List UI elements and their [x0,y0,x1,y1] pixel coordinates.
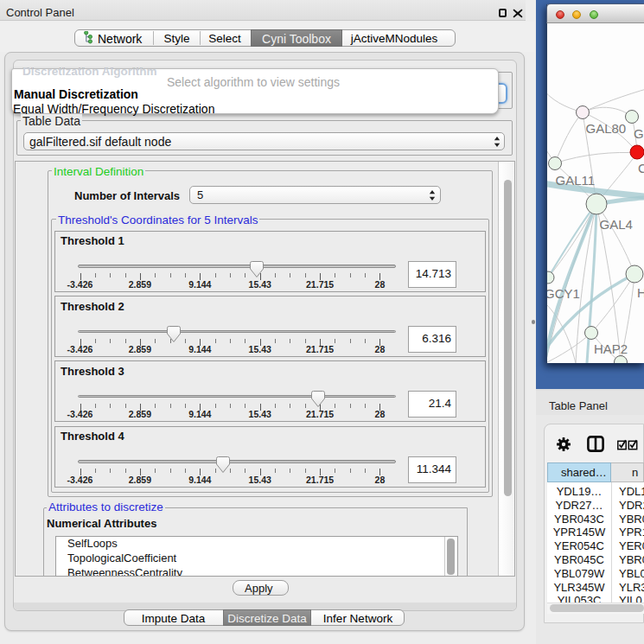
svg-text:C: C [638,161,644,175]
svg-text:GAL4: GAL4 [600,217,633,232]
svg-text:G: G [634,126,644,141]
svg-text:GCY1: GCY1 [547,286,580,301]
svg-text:H: H [637,285,644,300]
svg-text:GAL11: GAL11 [556,173,596,188]
svg-text:HAP2: HAP2 [594,341,628,356]
svg-text:GAL80: GAL80 [586,121,627,136]
